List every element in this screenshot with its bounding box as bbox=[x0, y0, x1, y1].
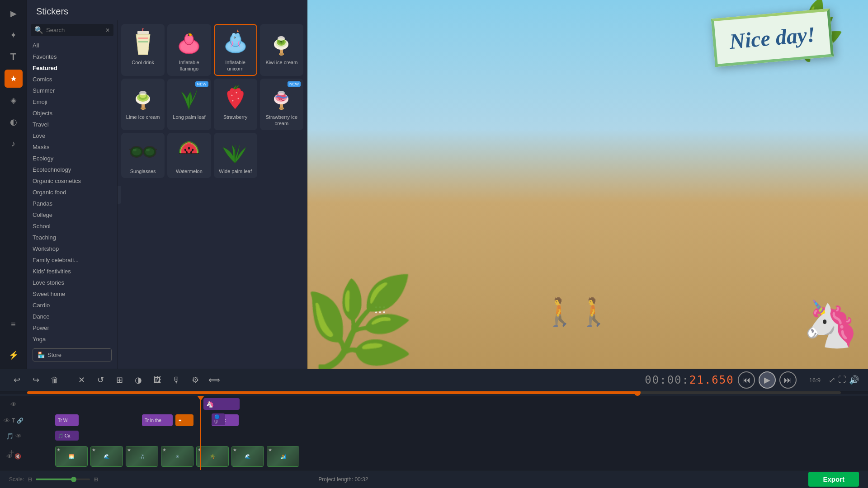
title-clip-u[interactable]: 🔵 U bbox=[212, 413, 225, 425]
cat-workshop[interactable]: Workshop bbox=[27, 243, 117, 254]
inflatable-unicorn-emoji bbox=[222, 29, 249, 56]
video-clip-4[interactable]: ★ ☀ bbox=[161, 446, 193, 467]
color-button[interactable]: ◑ bbox=[131, 372, 146, 388]
sticker-sunglasses[interactable]: Sunglasses bbox=[121, 133, 165, 178]
track-eye-audio2[interactable]: 👁 bbox=[15, 432, 22, 440]
video-clip-6[interactable]: ★ 🌊 bbox=[231, 446, 264, 467]
search-input[interactable] bbox=[46, 27, 105, 33]
unicorn-sticker-preview: 🦄 bbox=[802, 297, 859, 351]
resize-icon[interactable]: ⤢ bbox=[829, 375, 835, 385]
eq-icon[interactable]: ≡ bbox=[5, 315, 23, 333]
sticker-inflatable-flamingo[interactable]: Inflatable flamingo bbox=[167, 24, 211, 76]
sticker-wide-palm-leaf[interactable]: Wide palm leaf bbox=[214, 133, 257, 178]
cat-organic-cosmetics[interactable]: Organic cosmetics bbox=[27, 175, 117, 187]
cat-favorites[interactable]: Favorites bbox=[27, 51, 117, 62]
title-clip-wi[interactable]: Tr Wi bbox=[55, 414, 79, 426]
cat-cardio[interactable]: Cardio bbox=[27, 300, 117, 311]
audio-record-button[interactable]: 🎙 bbox=[169, 372, 184, 388]
video-clip-2[interactable]: ★ 🌊 bbox=[90, 446, 123, 467]
play-pause-button[interactable]: ▶ bbox=[759, 371, 776, 389]
cat-ecotechnology[interactable]: Ecotechnology bbox=[27, 164, 117, 175]
redo-button[interactable]: ↪ bbox=[28, 372, 43, 388]
scale-slider-track[interactable] bbox=[36, 479, 90, 480]
cat-kids[interactable]: Kids' festivities bbox=[27, 266, 117, 277]
cat-objects[interactable]: Objects bbox=[27, 108, 117, 119]
cat-masks[interactable]: Masks bbox=[27, 141, 117, 153]
strawberry-emoji bbox=[223, 84, 248, 111]
video-clip-1[interactable]: ★ 🌅 bbox=[55, 446, 88, 467]
skip-forward-button[interactable]: ⏭ bbox=[779, 371, 797, 389]
cat-featured[interactable]: Featured bbox=[27, 62, 117, 74]
transitions-icon[interactable]: ◈ bbox=[5, 91, 23, 109]
track-eye-sticker[interactable]: 👁 bbox=[10, 401, 17, 408]
sticker-strawberry[interactable]: Strawberry bbox=[214, 79, 257, 131]
video-clip-7[interactable]: ★ 🏄 bbox=[267, 446, 299, 467]
sticker-kiwi-ice-cream[interactable]: Kiwi ice cream bbox=[260, 24, 303, 76]
track-controls-sticker: 👁 bbox=[0, 401, 27, 408]
track-controls-audio2: 🎵 👁 bbox=[0, 432, 27, 440]
cat-college[interactable]: College bbox=[27, 209, 117, 221]
skip-back-button[interactable]: ⏮ bbox=[738, 371, 755, 389]
video-clip-3[interactable]: ★ 🏖 bbox=[126, 446, 158, 467]
volume-icon[interactable]: 🔊 bbox=[849, 375, 859, 385]
cat-dance[interactable]: Dance bbox=[27, 311, 117, 322]
sticker-long-palm-leaf[interactable]: NEW Long palm leaf bbox=[167, 79, 211, 131]
sticker-inflatable-unicorn[interactable]: Inflatable unicorn bbox=[214, 24, 257, 76]
sticker-strawberry-ice-cream[interactable]: NEW bbox=[260, 79, 303, 131]
search-row[interactable]: 🔍 ✕ bbox=[31, 24, 113, 36]
crop-button[interactable]: ⊞ bbox=[112, 372, 127, 388]
motion-button[interactable]: ⟺ bbox=[207, 372, 222, 388]
effects-icon[interactable]: ✦ bbox=[5, 26, 23, 44]
lime-ice-cream-label: Lime ice cream bbox=[126, 114, 160, 120]
cat-summer[interactable]: Summer bbox=[27, 85, 117, 96]
sticker-cool-drink[interactable]: Cool drink bbox=[121, 24, 165, 76]
cat-teaching[interactable]: Teaching bbox=[27, 232, 117, 243]
cat-pandas[interactable]: Pandas bbox=[27, 198, 117, 209]
cat-family[interactable]: Family celebrati... bbox=[27, 254, 117, 266]
delete-button[interactable]: 🗑 bbox=[47, 372, 62, 388]
motion-icon[interactable]: ⚡ bbox=[5, 346, 23, 364]
sticker-lime-ice-cream[interactable]: Lime ice cream bbox=[121, 79, 165, 131]
close-icon[interactable]: ✕ bbox=[105, 27, 110, 33]
time-display: 00:00:21.650 bbox=[645, 374, 734, 386]
cat-emoji[interactable]: Emoji bbox=[27, 96, 117, 108]
audio-track-2-content: 🎵 Ca bbox=[27, 430, 868, 442]
collapse-panel-btn[interactable]: ‹ bbox=[118, 186, 121, 204]
cut-button[interactable]: ✕ bbox=[74, 372, 89, 388]
fullscreen-icon[interactable]: ⛶ bbox=[838, 375, 846, 385]
cat-power[interactable]: Power bbox=[27, 322, 117, 333]
cat-organic-food[interactable]: Organic food bbox=[27, 187, 117, 198]
sticker-watermelon[interactable]: Watermelon bbox=[167, 133, 211, 178]
cat-love-stories[interactable]: Love stories bbox=[27, 277, 117, 288]
scale-slider-thumb[interactable] bbox=[71, 477, 76, 482]
cat-travel[interactable]: Travel bbox=[27, 119, 117, 130]
audio-icon[interactable]: ♪ bbox=[5, 135, 23, 153]
store-button[interactable]: 🏪 Store bbox=[33, 348, 112, 361]
sticker-clip-1[interactable]: 🦄 bbox=[203, 398, 240, 410]
titles-icon[interactable]: T bbox=[5, 48, 23, 66]
progress-bar-track[interactable] bbox=[27, 391, 841, 394]
stickers-icon[interactable]: ★ bbox=[5, 70, 23, 88]
export-button[interactable]: Export bbox=[808, 472, 859, 487]
cat-all[interactable]: All bbox=[27, 40, 117, 51]
track-eye-title[interactable]: 👁 bbox=[4, 417, 10, 424]
cat-ecology[interactable]: Ecology bbox=[27, 153, 117, 164]
image-button[interactable]: 🖼 bbox=[150, 372, 165, 388]
video-clip-5[interactable]: ★ 🌴 bbox=[196, 446, 229, 467]
cat-school[interactable]: School bbox=[27, 221, 117, 232]
title-clip-inthe[interactable]: Tr In the bbox=[142, 414, 173, 426]
settings-button[interactable]: ⚙ bbox=[188, 372, 203, 388]
cat-sweet-home[interactable]: Sweet home bbox=[27, 288, 117, 300]
audio-clip-ca[interactable]: 🎵 Ca bbox=[55, 431, 79, 441]
cat-yoga[interactable]: Yoga bbox=[27, 333, 117, 345]
video-mute-icon[interactable]: 🔇 bbox=[14, 453, 21, 460]
svg-point-20 bbox=[236, 33, 240, 38]
add-track-button[interactable]: + bbox=[9, 447, 14, 457]
cat-love[interactable]: Love bbox=[27, 130, 117, 141]
media-icon[interactable]: ▶ bbox=[5, 5, 23, 23]
filters-icon[interactable]: ◐ bbox=[5, 113, 23, 131]
cat-comics[interactable]: Comics bbox=[27, 74, 117, 85]
rotate-button[interactable]: ↺ bbox=[93, 372, 108, 388]
undo-button[interactable]: ↩ bbox=[9, 372, 24, 388]
title-clip-orange[interactable]: ✦ bbox=[175, 414, 193, 426]
